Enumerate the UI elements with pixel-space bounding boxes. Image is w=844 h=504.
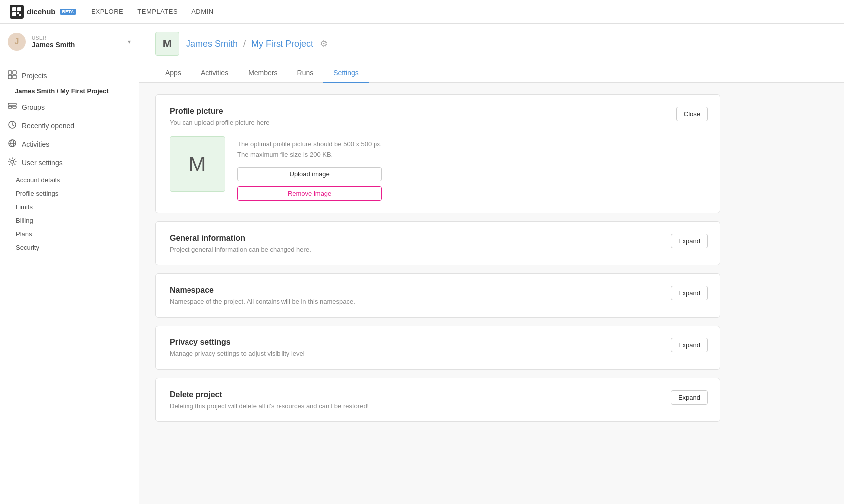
expand-privacy-action: Expand	[671, 338, 708, 352]
sidebar-projects-label: Projects	[22, 72, 47, 80]
user-info: USER James Smith	[32, 35, 122, 49]
sidebar-user-settings-label: User settings	[22, 159, 63, 167]
nav-explore[interactable]: EXPLORE	[91, 8, 123, 15]
svg-rect-11	[8, 106, 12, 108]
user-name: James Smith	[32, 41, 122, 49]
upload-image-button[interactable]: Upload image	[237, 167, 382, 181]
sidebar-recently-opened-label: Recently opened	[22, 122, 74, 130]
tab-settings[interactable]: Settings	[323, 64, 369, 83]
sidebar-item-projects[interactable]: Projects	[0, 66, 139, 84]
section-namespace: Expand Namespace Namespace of the projec…	[155, 273, 720, 318]
sidebar-submenu: Account details Profile settings Limits …	[0, 171, 139, 256]
section-delete-project: Expand Delete project Deleting this proj…	[155, 378, 720, 422]
settings-content: Close Profile picture You can upload pro…	[139, 83, 736, 442]
expand-privacy-button[interactable]: Expand	[671, 338, 708, 352]
upload-hint: The optimal profile picture should be 50…	[237, 139, 382, 160]
svg-rect-8	[8, 75, 12, 79]
sidebar-subitem-billing[interactable]: Billing	[0, 214, 139, 227]
beta-badge: beta	[60, 9, 77, 15]
tab-activities[interactable]: Activities	[191, 64, 238, 83]
upload-hint-line2: The maximum file size is 200 KB.	[237, 151, 333, 158]
logo[interactable]: dicehub beta	[10, 5, 76, 19]
settings-gear-icon[interactable]: ⚙	[320, 39, 328, 49]
tab-runs[interactable]: Runs	[287, 64, 324, 83]
svg-rect-3	[12, 12, 16, 16]
expand-namespace-action: Expand	[671, 286, 708, 300]
group-icon	[8, 102, 17, 112]
profile-upload-info: The optimal profile picture should be 50…	[237, 136, 382, 201]
expand-delete-button[interactable]: Expand	[671, 390, 708, 405]
main-content: M James Smith / My First Project ⚙ Apps …	[139, 24, 844, 504]
globe-icon	[8, 139, 17, 149]
delete-project-desc: Deleting this project will delete all it…	[170, 402, 706, 410]
expand-delete-action: Expand	[671, 390, 708, 405]
breadcrumb-owner[interactable]: James Smith	[186, 39, 238, 49]
profile-preview: M	[170, 136, 225, 192]
close-button-area: Close	[676, 107, 708, 121]
namespace-desc: Namespace of the project. All contains w…	[170, 298, 706, 305]
breadcrumb-separator: /	[243, 39, 246, 49]
svg-rect-12	[13, 106, 16, 108]
breadcrumb-project[interactable]: My First Project	[251, 39, 313, 49]
gear-icon	[8, 157, 17, 168]
grid-icon	[8, 70, 17, 81]
sidebar-activities-label: Activities	[22, 140, 49, 148]
user-header[interactable]: J USER James Smith ▾	[0, 24, 139, 60]
sidebar-item-recently-opened[interactable]: Recently opened	[0, 116, 139, 135]
sidebar-item-groups[interactable]: Groups	[0, 98, 139, 116]
nav-templates[interactable]: TEMPLATES	[137, 8, 178, 15]
privacy-settings-title: Privacy settings	[170, 338, 706, 347]
sidebar-nav: Projects James Smith / My First Project …	[0, 60, 139, 262]
profile-picture-title: Profile picture	[170, 107, 706, 116]
svg-rect-2	[17, 7, 21, 11]
remove-image-button[interactable]: Remove image	[237, 186, 382, 201]
svg-rect-0	[10, 5, 24, 19]
breadcrumb: James Smith / My First Project ⚙	[186, 38, 328, 49]
project-icon: M	[155, 32, 179, 56]
expand-general-button[interactable]: Expand	[671, 234, 708, 248]
section-profile-picture: Close Profile picture You can upload pro…	[155, 94, 720, 213]
logo-icon	[10, 5, 24, 19]
svg-point-17	[11, 160, 14, 163]
chevron-down-icon: ▾	[128, 38, 131, 45]
sidebar-subitem-profile-settings[interactable]: Profile settings	[0, 187, 139, 200]
sidebar: J USER James Smith ▾ Projects Ja	[0, 24, 139, 504]
nav-admin[interactable]: ADMIN	[191, 8, 213, 15]
project-header: M James Smith / My First Project ⚙ Apps …	[139, 24, 844, 83]
sidebar-subitem-security[interactable]: Security	[0, 241, 139, 254]
top-navigation: dicehub beta EXPLORE TEMPLATES ADMIN	[0, 0, 844, 24]
sidebar-item-activities[interactable]: Activities	[0, 135, 139, 153]
privacy-settings-desc: Manage privacy settings to adjust visibi…	[170, 350, 706, 357]
project-title-row: M James Smith / My First Project ⚙	[155, 32, 828, 56]
expand-namespace-button[interactable]: Expand	[671, 286, 708, 300]
sidebar-subitem-limits[interactable]: Limits	[0, 200, 139, 214]
sidebar-subitem-plans[interactable]: Plans	[0, 227, 139, 241]
section-privacy-settings: Expand Privacy settings Manage privacy s…	[155, 326, 720, 370]
close-button[interactable]: Close	[676, 107, 708, 121]
section-general-information: Expand General information Project gener…	[155, 221, 720, 265]
svg-rect-10	[8, 103, 16, 105]
upload-hint-line1: The optimal profile picture should be 50…	[237, 140, 382, 148]
sidebar-project-link[interactable]: James Smith / My First Project	[0, 84, 139, 98]
svg-rect-7	[13, 71, 16, 74]
logo-text: dicehub	[27, 7, 56, 16]
tab-members[interactable]: Members	[238, 64, 287, 83]
svg-rect-9	[13, 75, 16, 79]
sidebar-item-user-settings[interactable]: User settings	[0, 153, 139, 171]
sidebar-subitem-account-details[interactable]: Account details	[0, 173, 139, 187]
avatar: J	[8, 33, 26, 51]
svg-rect-4	[17, 12, 19, 14]
expand-general-action: Expand	[671, 234, 708, 248]
profile-picture-area: M The optimal profile picture should be …	[170, 136, 706, 201]
svg-rect-1	[12, 7, 16, 11]
upload-buttons: Upload image Remove image	[237, 167, 382, 201]
svg-rect-5	[19, 14, 21, 16]
profile-picture-desc: You can upload profile picture here	[170, 119, 706, 126]
tab-apps[interactable]: Apps	[155, 64, 191, 83]
project-tabs: Apps Activities Members Runs Settings	[155, 64, 828, 82]
user-label: USER	[32, 35, 122, 41]
general-info-desc: Project general information can be chang…	[170, 246, 706, 253]
namespace-title: Namespace	[170, 286, 706, 295]
clock-icon	[8, 120, 17, 131]
general-info-title: General information	[170, 234, 706, 243]
